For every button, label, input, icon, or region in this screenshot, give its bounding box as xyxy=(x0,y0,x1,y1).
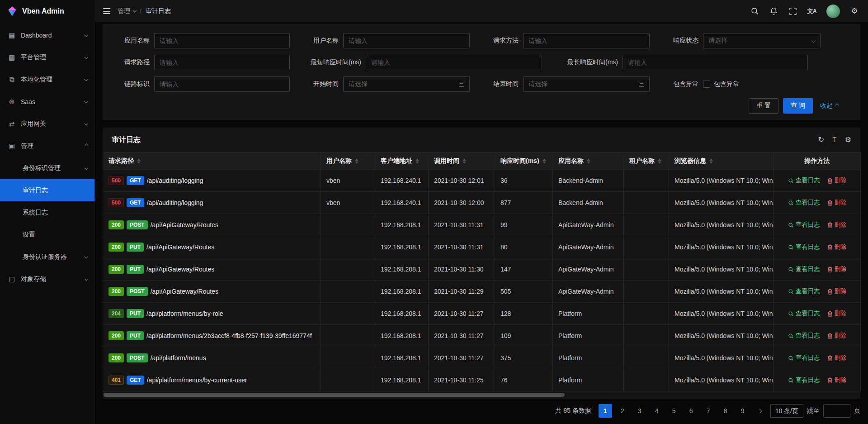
reset-button[interactable]: 重 置 xyxy=(749,98,778,114)
sidebar-item-saas[interactable]: ⊛Saas xyxy=(0,91,94,113)
storage-icon: ▢ xyxy=(7,275,16,283)
delete-link[interactable]: 删除 xyxy=(827,332,847,340)
search-icon[interactable] xyxy=(750,6,760,16)
page-size-select[interactable]: 10 条/页 xyxy=(770,404,803,418)
sidebar-item-management[interactable]: ▣管理 xyxy=(0,135,94,157)
chevron-down-icon xyxy=(84,255,88,258)
column-height-icon[interactable]: ⌶ xyxy=(832,136,837,143)
request-path-text: /api/ApiGateway/Routes xyxy=(146,266,214,273)
view-log-link[interactable]: 查看日志 xyxy=(788,265,820,273)
delete-label: 删除 xyxy=(835,221,847,229)
column-header-path[interactable]: 请求路径 xyxy=(103,152,321,170)
status-badge: 200 xyxy=(108,220,124,229)
request-path-text: /api/ApiGateway/Routes xyxy=(151,288,218,295)
next-page-button[interactable] xyxy=(753,404,767,418)
view-log-link[interactable]: 查看日志 xyxy=(788,221,820,229)
status-select[interactable]: 请选择 xyxy=(703,33,821,48)
delete-link[interactable]: 删除 xyxy=(827,376,847,384)
delete-link[interactable]: 删除 xyxy=(827,199,847,207)
logo[interactable]: Vben Admin xyxy=(0,0,94,22)
sidebar-item-object-storage[interactable]: ▢对象存储 xyxy=(0,268,94,290)
cell-user xyxy=(321,347,375,369)
sidebar-subitem-settings[interactable]: 设置 xyxy=(0,224,94,246)
view-log-link[interactable]: 查看日志 xyxy=(788,376,820,384)
collapse-link[interactable]: 收起 xyxy=(820,102,838,110)
view-log-link[interactable]: 查看日志 xyxy=(788,354,820,362)
table-row: 200POST/api/ApiGateway/Routes192.168.208… xyxy=(103,281,861,303)
userName-input[interactable] xyxy=(343,33,470,48)
request-path-text: /api/auditing/logging xyxy=(147,177,203,184)
column-header-user[interactable]: 用户名称 xyxy=(321,152,375,170)
sidebar-subitem-system-logs[interactable]: 系统日志 xyxy=(0,201,94,224)
request-path-text: /api/ApiGateway/Routes xyxy=(146,243,214,251)
column-header-tenant[interactable]: 租户名称 xyxy=(624,152,669,170)
scrollbar-thumb[interactable] xyxy=(104,393,565,397)
view-log-label: 查看日志 xyxy=(796,221,820,229)
page-button-8[interactable]: 8 xyxy=(719,404,732,418)
column-header-time[interactable]: 调用时间 xyxy=(429,152,495,170)
page-button-6[interactable]: 6 xyxy=(684,404,698,418)
avatar[interactable] xyxy=(826,5,840,18)
table-panel: 审计日志 ↻ ⌶ ⚙ 请求路径用户名称客户端地址调用时间响应时间(ms)应用名称… xyxy=(103,128,860,399)
sidebar-item-gateway[interactable]: ⇄应用网关 xyxy=(0,113,94,135)
delete-link[interactable]: 删除 xyxy=(827,354,847,362)
filter-field-userName: 用户名称 xyxy=(302,33,470,48)
table-settings-icon[interactable]: ⚙ xyxy=(845,136,851,143)
delete-link[interactable]: 删除 xyxy=(827,287,847,295)
endTime-datepicker[interactable]: 请选择 xyxy=(523,76,650,92)
page-button-3[interactable]: 3 xyxy=(633,404,646,418)
delete-link[interactable]: 删除 xyxy=(827,243,847,251)
view-log-label: 查看日志 xyxy=(796,376,820,384)
translate-icon[interactable]: 文A xyxy=(807,6,816,16)
traceId-input[interactable] xyxy=(154,76,290,92)
maxTime-input[interactable] xyxy=(623,55,808,70)
delete-link[interactable]: 删除 xyxy=(827,310,847,318)
page-button-7[interactable]: 7 xyxy=(702,404,715,418)
fullscreen-icon[interactable] xyxy=(788,6,797,16)
app-title: Vben Admin xyxy=(22,7,64,15)
column-header-app[interactable]: 应用名称 xyxy=(553,152,624,170)
column-header-duration[interactable]: 响应时间(ms) xyxy=(495,152,553,170)
view-log-link[interactable]: 查看日志 xyxy=(788,310,820,318)
sidebar-item-dashboard[interactable]: ▦Dashboard xyxy=(0,24,94,46)
view-log-link[interactable]: 查看日志 xyxy=(788,199,820,207)
view-log-link[interactable]: 查看日志 xyxy=(788,332,820,340)
method-input[interactable] xyxy=(523,33,650,48)
column-header-client[interactable]: 客户端地址 xyxy=(375,152,429,170)
exception-checkbox[interactable]: 包含异常 xyxy=(703,80,739,88)
breadcrumb-current: 审计日志 xyxy=(146,7,171,15)
sidebar-item-platform[interactable]: ▤平台管理 xyxy=(0,46,94,68)
sidebar-subitem-audit-logs[interactable]: 审计日志 xyxy=(0,179,94,201)
notification-bell-icon[interactable] xyxy=(769,6,778,16)
appName-input[interactable] xyxy=(154,33,290,48)
column-label: 租户名称 xyxy=(629,157,655,165)
menu-fold-icon[interactable] xyxy=(103,8,110,14)
date-placeholder: 请选择 xyxy=(349,80,368,88)
delete-link[interactable]: 删除 xyxy=(827,265,847,273)
page-button-5[interactable]: 5 xyxy=(667,404,681,418)
sidebar-item-localization[interactable]: ⧉本地化管理 xyxy=(0,68,94,91)
minTime-input[interactable] xyxy=(366,55,542,70)
delete-link[interactable]: 删除 xyxy=(827,176,847,185)
settings-gear-icon[interactable]: ⚙ xyxy=(850,6,859,16)
column-label: 用户名称 xyxy=(326,157,352,165)
breadcrumb-section[interactable]: 管理 xyxy=(118,7,136,15)
view-log-link[interactable]: 查看日志 xyxy=(788,243,820,251)
page-button-4[interactable]: 4 xyxy=(650,404,664,418)
path-input[interactable] xyxy=(154,55,290,70)
view-log-link[interactable]: 查看日志 xyxy=(788,287,820,295)
management-icon: ▣ xyxy=(7,142,16,150)
page-button-9[interactable]: 9 xyxy=(736,404,750,418)
startTime-datepicker[interactable]: 请选择 xyxy=(343,76,470,92)
search-button[interactable]: 查 询 xyxy=(783,98,813,114)
sidebar-subitem-identity[interactable]: 身份标识管理 xyxy=(0,157,94,179)
jump-page-input[interactable] xyxy=(823,404,850,418)
refresh-icon[interactable]: ↻ xyxy=(818,136,824,143)
page-button-2[interactable]: 2 xyxy=(616,404,629,418)
delete-link[interactable]: 删除 xyxy=(827,221,847,229)
cell-time: 2021-10-30 11:31 xyxy=(429,236,495,258)
sidebar-subitem-auth-server[interactable]: 身份认证服务器 xyxy=(0,246,94,268)
view-log-link[interactable]: 查看日志 xyxy=(788,176,820,185)
column-header-browser[interactable]: 浏览器信息 xyxy=(669,152,774,170)
page-button-1[interactable]: 1 xyxy=(599,404,612,418)
